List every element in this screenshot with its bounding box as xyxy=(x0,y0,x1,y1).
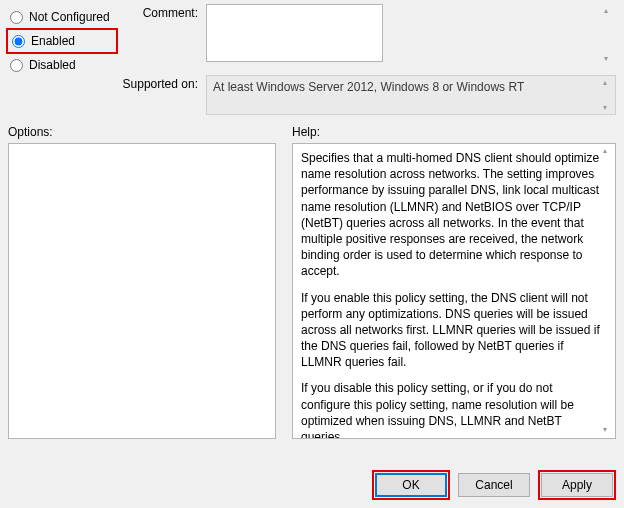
options-box[interactable] xyxy=(8,143,276,439)
radio-disabled[interactable]: Disabled xyxy=(8,54,118,76)
help-scroll-icon: ▴▾ xyxy=(603,146,613,436)
supported-row: Supported on: At least Windows Server 20… xyxy=(118,75,616,115)
help-box[interactable]: Specifies that a multi-homed DNS client … xyxy=(292,143,616,439)
meta-column: Comment: ▴▾ Supported on: At least Windo… xyxy=(118,4,616,115)
radio-enabled[interactable]: Enabled xyxy=(10,30,114,52)
comment-label: Comment: xyxy=(118,4,206,20)
button-bar: OK Cancel Apply xyxy=(372,470,616,500)
comment-scroll-icon: ▴▾ xyxy=(604,6,614,63)
help-paragraph-2: If you enable this policy setting, the D… xyxy=(301,290,601,371)
apply-button[interactable]: Apply xyxy=(541,473,613,497)
comment-row: Comment: ▴▾ xyxy=(118,4,616,65)
highlight-apply: Apply xyxy=(538,470,616,500)
cancel-button[interactable]: Cancel xyxy=(458,473,530,497)
options-label: Options: xyxy=(8,125,276,139)
radio-enabled-input[interactable] xyxy=(12,35,25,48)
state-radio-group: Not Configured Enabled Disabled xyxy=(8,4,118,115)
radio-disabled-label: Disabled xyxy=(29,58,76,72)
help-paragraph-1: Specifies that a multi-homed DNS client … xyxy=(301,150,601,280)
radio-enabled-label: Enabled xyxy=(31,34,75,48)
ok-button[interactable]: OK xyxy=(375,473,447,497)
help-paragraph-3: If you disable this policy setting, or i… xyxy=(301,380,601,439)
radio-not-configured[interactable]: Not Configured xyxy=(8,6,118,28)
radio-disabled-input[interactable] xyxy=(10,59,23,72)
top-area: Not Configured Enabled Disabled Comment:… xyxy=(0,0,624,115)
mid-area: Options: Help: Specifies that a multi-ho… xyxy=(0,115,624,439)
policy-dialog: Not Configured Enabled Disabled Comment:… xyxy=(0,0,624,508)
help-label: Help: xyxy=(292,125,616,139)
options-column: Options: xyxy=(8,125,276,439)
comment-wrap: ▴▾ xyxy=(206,4,616,65)
supported-box: At least Windows Server 2012, Windows 8 … xyxy=(206,75,616,115)
radio-not-configured-label: Not Configured xyxy=(29,10,110,24)
supported-value: At least Windows Server 2012, Windows 8 … xyxy=(213,80,524,94)
highlight-ok: OK xyxy=(372,470,450,500)
supported-label: Supported on: xyxy=(118,75,206,91)
radio-not-configured-input[interactable] xyxy=(10,11,23,24)
highlight-enabled: Enabled xyxy=(6,28,118,54)
help-column: Help: Specifies that a multi-homed DNS c… xyxy=(292,125,616,439)
comment-input[interactable] xyxy=(206,4,383,62)
supported-scroll-icon: ▴▾ xyxy=(603,78,613,112)
